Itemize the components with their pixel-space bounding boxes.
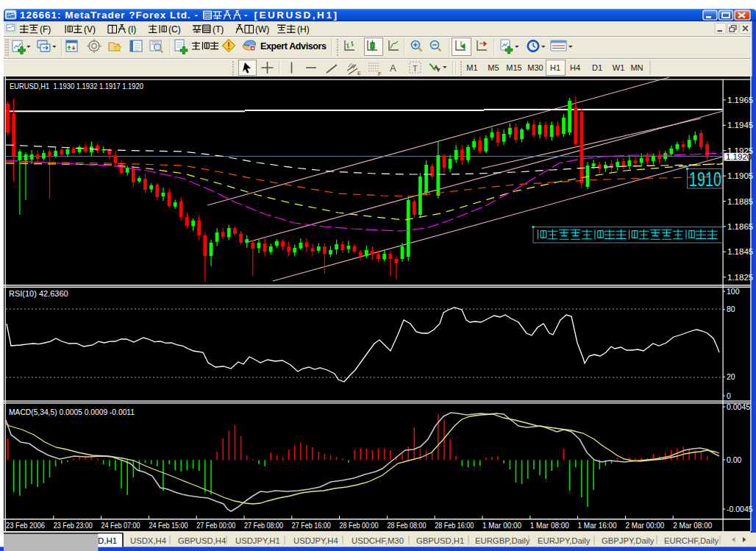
svg-text:1.1920: 1.1920 bbox=[726, 152, 752, 161]
svg-text:RSI(10) 42.6360: RSI(10) 42.6360 bbox=[9, 289, 68, 298]
svg-text:D,H1: D,H1 bbox=[98, 536, 117, 545]
svg-text:M1: M1 bbox=[466, 63, 477, 72]
svg-text:-0.0045: -0.0045 bbox=[727, 505, 753, 513]
svg-text:H4: H4 bbox=[570, 63, 580, 72]
svg-text:(C): (C) bbox=[168, 24, 181, 35]
svg-text:(W): (W) bbox=[255, 24, 269, 35]
svg-text:GBPJPY,Daily: GBPJPY,Daily bbox=[602, 536, 655, 545]
svg-text:(H): (H) bbox=[297, 24, 310, 35]
svg-text:24 Feb 15:00: 24 Feb 15:00 bbox=[149, 521, 188, 530]
svg-text:E: E bbox=[357, 71, 361, 76]
svg-text:1.1965: 1.1965 bbox=[727, 96, 753, 104]
svg-text:USDJPY,H1: USDJPY,H1 bbox=[235, 536, 280, 545]
svg-text:2 Mar 08:00: 2 Mar 08:00 bbox=[673, 521, 712, 530]
svg-text:MN: MN bbox=[630, 63, 643, 72]
svg-text:27 Feb 00:00: 27 Feb 00:00 bbox=[196, 521, 235, 530]
svg-text:(V): (V) bbox=[84, 24, 96, 35]
svg-text:27 Feb 08:00: 27 Feb 08:00 bbox=[244, 521, 283, 530]
svg-text:1 Mar 00:00: 1 Mar 00:00 bbox=[482, 521, 521, 530]
svg-text:0.00: 0.00 bbox=[727, 455, 742, 464]
svg-text:0: 0 bbox=[727, 391, 731, 400]
svg-text:A: A bbox=[390, 63, 396, 74]
svg-text:0.0045: 0.0045 bbox=[727, 402, 750, 411]
svg-text:28 Feb 00:00: 28 Feb 00:00 bbox=[340, 521, 379, 530]
svg-text:27 Feb 16:00: 27 Feb 16:00 bbox=[292, 521, 331, 530]
svg-text:Expert Advisors: Expert Advisors bbox=[260, 41, 327, 51]
svg-text:1 Mar 08:00: 1 Mar 08:00 bbox=[530, 521, 569, 530]
svg-text:1.1865: 1.1865 bbox=[727, 222, 753, 231]
svg-text:M5: M5 bbox=[488, 63, 499, 72]
svg-text:1.1825: 1.1825 bbox=[727, 273, 753, 282]
svg-text:F: F bbox=[378, 71, 381, 77]
svg-text:1910: 1910 bbox=[689, 168, 721, 191]
svg-text:1.1905: 1.1905 bbox=[727, 171, 753, 180]
svg-text:H1: H1 bbox=[550, 63, 560, 72]
svg-text:M15: M15 bbox=[506, 63, 521, 72]
svg-text:(F): (F) bbox=[40, 24, 51, 35]
svg-text:EURJPY,Daily: EURJPY,Daily bbox=[538, 536, 591, 545]
svg-text:(T): (T) bbox=[213, 24, 224, 35]
svg-text:W1: W1 bbox=[613, 63, 625, 72]
svg-text:24 Feb 07:00: 24 Feb 07:00 bbox=[101, 521, 140, 530]
svg-text:28 Feb 08:00: 28 Feb 08:00 bbox=[387, 521, 426, 530]
svg-text:23 Feb 2006: 23 Feb 2006 bbox=[6, 521, 45, 530]
svg-text:MACD(5,34,5) 0.0005 0.0009 -0.: MACD(5,34,5) 0.0005 0.0009 -0.0011 bbox=[9, 408, 135, 416]
svg-text:USDJPY,H4: USDJPY,H4 bbox=[293, 536, 338, 545]
svg-text:80: 80 bbox=[727, 305, 735, 313]
svg-text:2 Mar 00:00: 2 Mar 00:00 bbox=[625, 521, 664, 530]
svg-text:EURUSD,H1 1.1930 1.1932 1.191: EURUSD,H1 1.1930 1.1932 1.1917 1.1920 bbox=[10, 82, 143, 90]
svg-text:D1: D1 bbox=[592, 63, 602, 72]
svg-text:GBPUSD,H4: GBPUSD,H4 bbox=[178, 536, 226, 545]
svg-text:1.1885: 1.1885 bbox=[727, 197, 753, 206]
svg-text:20: 20 bbox=[727, 372, 735, 381]
svg-text:T: T bbox=[413, 64, 418, 73]
svg-text:(I): (I) bbox=[128, 24, 136, 35]
svg-text:EURCHF,Daily: EURCHF,Daily bbox=[664, 536, 718, 545]
svg-text:23 Feb 23:00: 23 Feb 23:00 bbox=[54, 521, 93, 530]
svg-text:M30: M30 bbox=[527, 63, 543, 72]
svg-text:GBPUSD,H1: GBPUSD,H1 bbox=[416, 536, 464, 545]
svg-text:1 Mar 16:00: 1 Mar 16:00 bbox=[578, 521, 617, 530]
svg-text:USDX,H4: USDX,H4 bbox=[130, 536, 166, 545]
svg-text:1.1945: 1.1945 bbox=[727, 121, 753, 129]
svg-text:28 Feb 16:00: 28 Feb 16:00 bbox=[435, 521, 474, 530]
svg-text:EURGBP,Daily: EURGBP,Daily bbox=[475, 536, 530, 545]
svg-text:126661: MetaTrader ?Forex Ltd.: 126661: MetaTrader ?Forex Ltd. - bbox=[20, 10, 198, 21]
svg-text:USDCHF,M30: USDCHF,M30 bbox=[352, 536, 404, 545]
svg-text:100: 100 bbox=[727, 287, 740, 296]
svg-text:1.1845: 1.1845 bbox=[727, 247, 753, 256]
